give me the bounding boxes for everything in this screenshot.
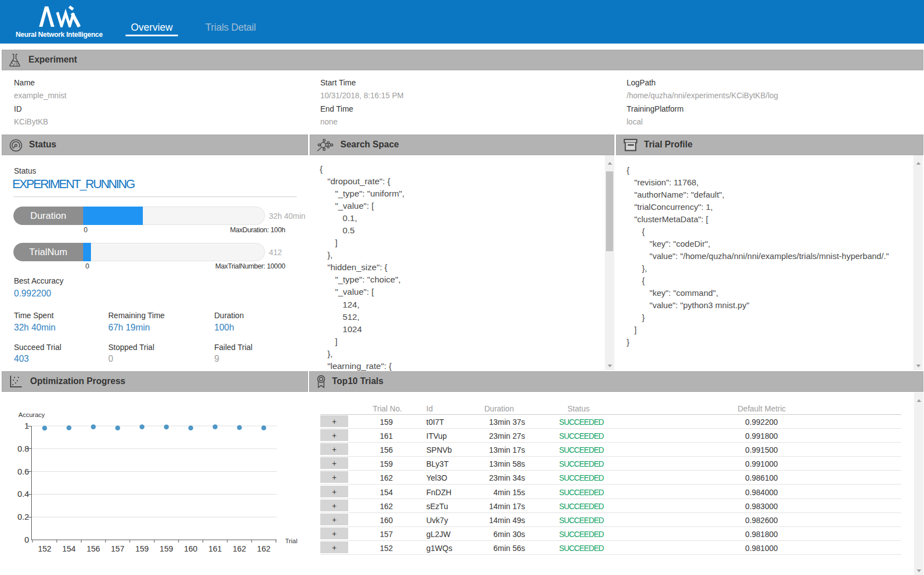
svg-text:0.6: 0.6: [17, 467, 29, 476]
svg-text:160: 160: [184, 544, 198, 553]
svg-text:157: 157: [111, 544, 124, 553]
svg-text:0.8: 0.8: [17, 444, 29, 453]
svg-text:162: 162: [257, 544, 271, 553]
svg-text:154: 154: [62, 544, 75, 553]
svg-text:0.4: 0.4: [17, 489, 29, 499]
svg-text:162: 162: [233, 544, 246, 553]
svg-text:0.2: 0.2: [17, 512, 29, 521]
svg-text:152: 152: [38, 544, 51, 553]
svg-text:Trial: Trial: [285, 538, 297, 544]
svg-text:161: 161: [208, 544, 222, 553]
svg-text:159: 159: [160, 544, 173, 553]
svg-text:Accuracy: Accuracy: [18, 411, 45, 418]
svg-text:1: 1: [25, 421, 29, 430]
svg-text:159: 159: [135, 544, 148, 553]
svg-text:0: 0: [25, 535, 29, 544]
svg-text:156: 156: [86, 544, 100, 553]
